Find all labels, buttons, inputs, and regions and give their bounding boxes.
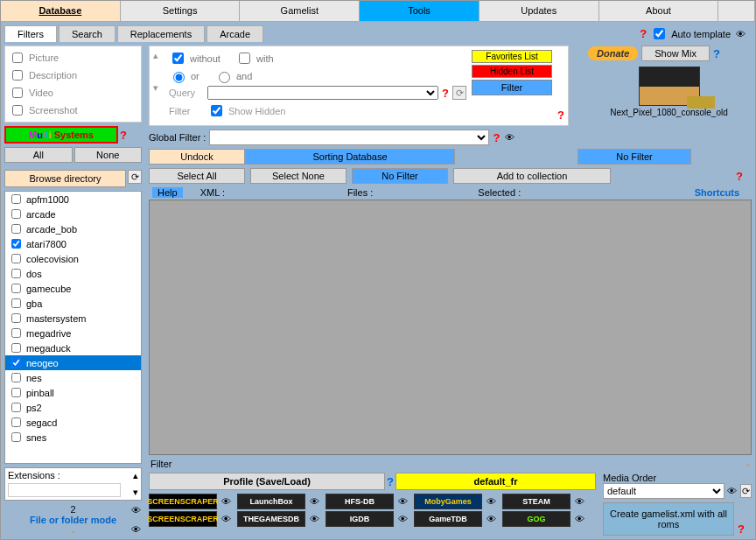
eye-icon[interactable]: 👁 bbox=[396, 495, 409, 508]
eye-icon[interactable]: 👁 bbox=[308, 495, 320, 508]
select-none-button[interactable]: Select None bbox=[250, 168, 346, 184]
auto-template-checkbox[interactable] bbox=[654, 28, 665, 39]
tab-about[interactable]: About bbox=[599, 1, 719, 21]
system-list[interactable]: apfm1000arcadearcade_bobatari7800colecov… bbox=[4, 191, 142, 464]
subtab-arcade[interactable]: Arcade bbox=[206, 25, 263, 42]
scraper-hfs-db[interactable]: HFS-DB bbox=[326, 494, 394, 509]
system-item-arcade[interactable]: arcade bbox=[5, 207, 141, 221]
chk-with[interactable] bbox=[239, 53, 250, 64]
system-checkbox[interactable] bbox=[11, 209, 21, 219]
browse-directory-button[interactable]: Browse directory bbox=[4, 170, 126, 187]
profile-save-load-button[interactable]: Profile (Save/Load) bbox=[149, 473, 385, 490]
eye-icon[interactable]: 👁 bbox=[573, 495, 585, 508]
system-checkbox[interactable] bbox=[11, 432, 21, 442]
scraper-thegamesdb[interactable]: THEGAMESDB bbox=[237, 511, 305, 527]
chk-video[interactable] bbox=[12, 88, 23, 98]
system-item-megaduck[interactable]: megaduck bbox=[5, 340, 141, 355]
system-checkbox[interactable] bbox=[11, 254, 21, 263]
refresh-icon[interactable]: ⟳ bbox=[740, 484, 752, 498]
refresh-icon[interactable]: ⟳ bbox=[128, 170, 142, 184]
scraper-steam[interactable]: STEAM bbox=[502, 494, 570, 509]
refresh-icon[interactable]: ⟳ bbox=[452, 86, 466, 100]
scraper-launchbox[interactable]: LaunchBox bbox=[237, 494, 305, 509]
donate-button[interactable]: Donate bbox=[588, 46, 638, 60]
tab-gamelist[interactable]: Gamelist bbox=[240, 1, 360, 21]
scraper-screenscraper[interactable]: SCREENSCRAPER bbox=[149, 494, 217, 509]
eye-icon[interactable]: 👁 bbox=[130, 523, 142, 536]
help-icon[interactable]: ? bbox=[713, 47, 720, 60]
all-button[interactable]: All bbox=[4, 147, 73, 163]
tab-settings[interactable]: Settings bbox=[121, 1, 241, 21]
radio-and[interactable] bbox=[219, 72, 230, 83]
system-checkbox[interactable] bbox=[11, 403, 21, 412]
none-button[interactable]: None bbox=[74, 147, 143, 163]
show-mix-button[interactable]: Show Mix bbox=[641, 46, 710, 61]
system-item-dos[interactable]: dos bbox=[5, 266, 141, 281]
scraper-igdb[interactable]: IGDB bbox=[326, 511, 394, 527]
system-item-gba[interactable]: gba bbox=[5, 296, 141, 311]
eye-icon[interactable]: 👁 bbox=[220, 513, 232, 525]
multisystems-logo[interactable]: MultiSystems bbox=[4, 126, 118, 144]
help-icon[interactable]: ? bbox=[493, 131, 500, 144]
eye-icon[interactable]: 👁 bbox=[220, 495, 232, 508]
sorting-database-button[interactable]: Sorting Database bbox=[245, 149, 455, 165]
tab-database[interactable]: Database bbox=[1, 1, 121, 21]
help-icon[interactable]: ? bbox=[640, 27, 647, 40]
system-checkbox[interactable] bbox=[11, 224, 21, 234]
help-icon[interactable]: ? bbox=[736, 170, 743, 183]
results-grid[interactable] bbox=[149, 200, 752, 455]
subtab-filters[interactable]: Filters bbox=[4, 25, 57, 42]
system-checkbox[interactable] bbox=[11, 313, 21, 323]
system-checkbox[interactable] bbox=[11, 239, 21, 249]
eye-icon[interactable]: 👁 bbox=[727, 485, 737, 497]
system-item-atari7800[interactable]: atari7800 bbox=[5, 236, 141, 251]
scraper-screenscraper-multi-threads[interactable]: SCREENSCRAPER bbox=[149, 511, 217, 527]
hidden-list-button[interactable]: Hidden List bbox=[472, 65, 552, 78]
media-order-select[interactable]: default bbox=[603, 483, 724, 499]
subtab-search[interactable]: Search bbox=[59, 25, 116, 42]
system-item-pinball[interactable]: pinball bbox=[5, 385, 141, 400]
scraper-gametdb[interactable]: GameTDB bbox=[414, 511, 482, 527]
no-filter-button[interactable]: No Filter bbox=[578, 149, 691, 165]
extensions-input[interactable] bbox=[8, 483, 121, 497]
help-icon[interactable]: ? bbox=[120, 129, 127, 142]
help-icon[interactable]: ? bbox=[557, 109, 564, 122]
eye-icon[interactable]: 👁 bbox=[130, 504, 142, 516]
eye-icon[interactable]: 👁 bbox=[396, 513, 409, 525]
system-checkbox[interactable] bbox=[11, 284, 21, 293]
ext-down-icon[interactable]: ▾ bbox=[133, 487, 138, 498]
chk-without[interactable] bbox=[172, 53, 184, 64]
chk-description[interactable] bbox=[12, 70, 23, 81]
system-checkbox[interactable] bbox=[11, 328, 21, 338]
favorites-list-button[interactable]: Favorites List bbox=[472, 50, 552, 63]
system-checkbox[interactable] bbox=[11, 269, 21, 278]
create-gamelist-button[interactable]: Create gamelist.xml with all roms bbox=[603, 502, 734, 536]
help-icon[interactable]: ? bbox=[442, 87, 449, 100]
system-checkbox[interactable] bbox=[11, 388, 21, 397]
system-item-gamecube[interactable]: gamecube bbox=[5, 281, 141, 296]
help-icon[interactable]: ? bbox=[738, 522, 745, 536]
chk-show-hidden[interactable] bbox=[211, 105, 222, 116]
system-checkbox[interactable] bbox=[11, 417, 21, 427]
scraper-gog[interactable]: GOG bbox=[502, 511, 570, 527]
system-checkbox[interactable] bbox=[11, 194, 21, 204]
system-item-nes[interactable]: nes bbox=[5, 370, 141, 385]
chk-picture[interactable] bbox=[12, 53, 23, 63]
system-checkbox[interactable] bbox=[11, 373, 21, 382]
system-item-colecovision[interactable]: colecovision bbox=[5, 251, 141, 266]
system-item-neogeo[interactable]: neogeo bbox=[5, 355, 141, 370]
global-filter-select[interactable] bbox=[209, 130, 489, 145]
radio-or[interactable] bbox=[173, 72, 185, 83]
system-item-mastersystem[interactable]: mastersystem bbox=[5, 311, 141, 326]
filter-button[interactable]: Filter bbox=[472, 80, 552, 95]
system-checkbox[interactable] bbox=[11, 298, 21, 308]
scraper-mobygames[interactable]: MobyGames bbox=[414, 494, 482, 509]
system-item-megadrive[interactable]: megadrive bbox=[5, 326, 141, 340]
system-item-arcade_bob[interactable]: arcade_bob bbox=[5, 221, 141, 236]
system-item-segacd[interactable]: segacd bbox=[5, 415, 141, 430]
no-filter-button-2[interactable]: No Filter bbox=[352, 168, 448, 184]
help-icon[interactable]: ? bbox=[387, 475, 394, 488]
system-checkbox[interactable] bbox=[11, 343, 21, 353]
system-item-apfm1000[interactable]: apfm1000 bbox=[5, 192, 141, 207]
undock-button[interactable]: Undock bbox=[149, 149, 245, 165]
